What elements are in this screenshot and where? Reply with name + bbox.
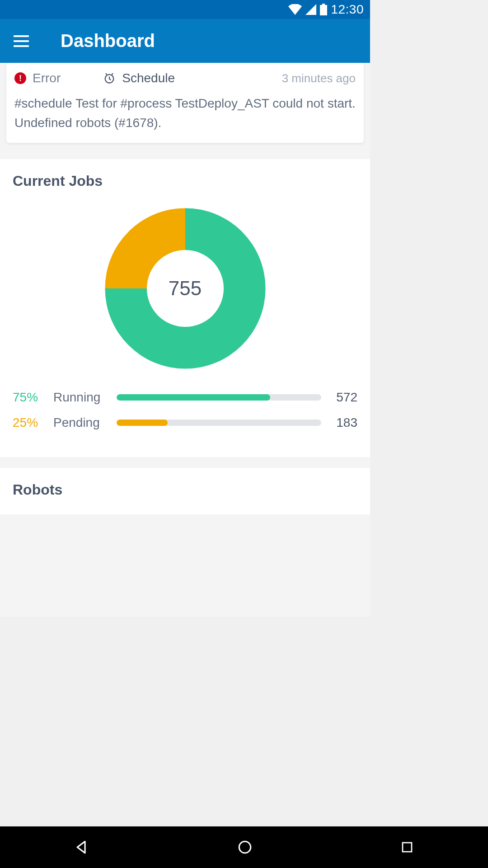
alert-error-label: Error xyxy=(33,71,61,85)
svg-rect-1 xyxy=(322,4,325,5)
legend-label: Pending xyxy=(53,415,108,430)
alert-message: #schedule Test for #process TestDeploy_A… xyxy=(14,94,356,133)
current-jobs-section: Current Jobs 755 75%Running57225%Pending… xyxy=(0,159,370,457)
alert-header: ! Error Schedule 3 minutes ago xyxy=(14,71,356,85)
android-status-bar: 12:30 xyxy=(0,0,370,19)
jobs-donut-chart: 755 xyxy=(13,205,357,372)
jobs-legend: 75%Running57225%Pending183 xyxy=(13,390,357,430)
menu-icon[interactable] xyxy=(14,35,29,47)
legend-label: Running xyxy=(53,390,108,405)
legend-row-pending: 25%Pending183 xyxy=(13,415,357,430)
donut-slice-pending xyxy=(105,208,185,288)
legend-percent: 75% xyxy=(13,390,44,405)
alert-time-ago: 3 minutes ago xyxy=(282,71,356,85)
current-jobs-title: Current Jobs xyxy=(13,173,357,189)
legend-percent: 25% xyxy=(13,415,44,430)
clock-icon xyxy=(103,72,116,85)
status-time: 12:30 xyxy=(331,2,364,17)
wifi-icon xyxy=(288,4,302,15)
svg-rect-0 xyxy=(320,5,327,15)
battery-icon xyxy=(320,4,327,15)
legend-bar xyxy=(117,394,321,401)
content-area: ! Error Schedule 3 minutes ago #schedule… xyxy=(0,63,370,617)
legend-value: 183 xyxy=(330,415,357,430)
legend-row-running: 75%Running572 xyxy=(13,390,357,405)
alert-card[interactable]: ! Error Schedule 3 minutes ago #schedule… xyxy=(6,63,364,143)
cell-signal-icon xyxy=(305,4,316,15)
legend-value: 572 xyxy=(330,390,357,405)
legend-bar xyxy=(117,420,321,426)
jobs-total-value: 755 xyxy=(169,277,202,300)
app-bar: Dashboard xyxy=(0,19,370,63)
robots-title: Robots xyxy=(13,481,357,498)
error-icon: ! xyxy=(14,72,26,84)
robots-section: Robots xyxy=(0,468,370,514)
alert-schedule-label: Schedule xyxy=(122,71,175,85)
page-title: Dashboard xyxy=(61,31,155,51)
